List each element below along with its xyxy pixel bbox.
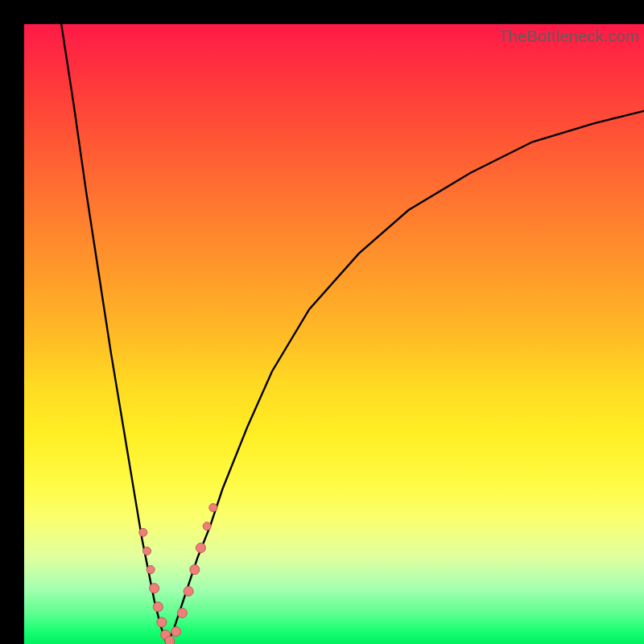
chart-svg <box>24 24 644 644</box>
data-marker <box>150 584 159 593</box>
marker-group <box>139 504 217 644</box>
curve-right-branch <box>167 111 644 644</box>
data-marker <box>190 565 200 575</box>
data-marker <box>165 636 175 644</box>
data-marker <box>171 627 181 637</box>
data-marker <box>153 602 163 612</box>
data-marker <box>203 522 211 530</box>
data-marker <box>177 609 187 618</box>
data-marker <box>139 528 147 536</box>
chart-frame: TheBottleneck.com <box>0 0 644 644</box>
data-marker <box>161 630 171 640</box>
data-marker <box>209 504 217 512</box>
data-marker <box>157 617 167 627</box>
data-marker <box>184 587 193 597</box>
curve-left-branch <box>61 24 167 644</box>
data-marker <box>143 547 151 555</box>
data-marker <box>196 543 205 553</box>
plot-area: TheBottleneck.com <box>24 24 644 644</box>
watermark-label: TheBottleneck.com <box>498 27 639 46</box>
data-marker <box>147 566 155 574</box>
